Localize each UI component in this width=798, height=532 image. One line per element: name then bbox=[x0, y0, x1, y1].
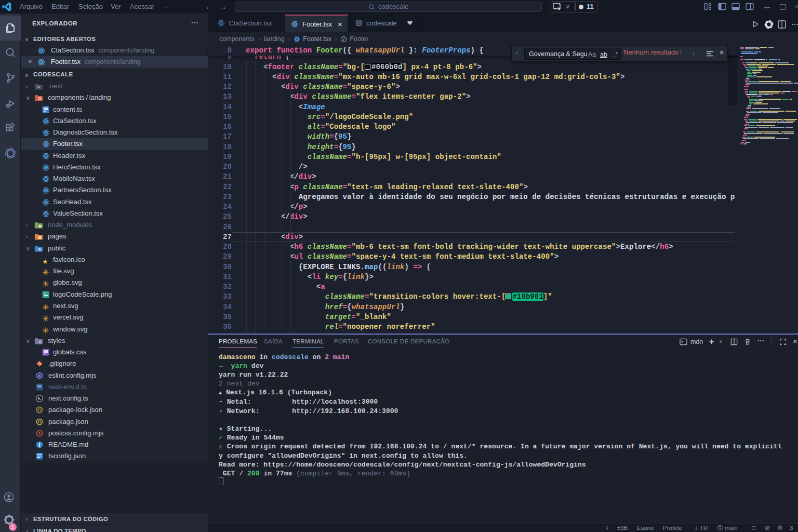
svg-text:N: N bbox=[37, 85, 40, 89]
